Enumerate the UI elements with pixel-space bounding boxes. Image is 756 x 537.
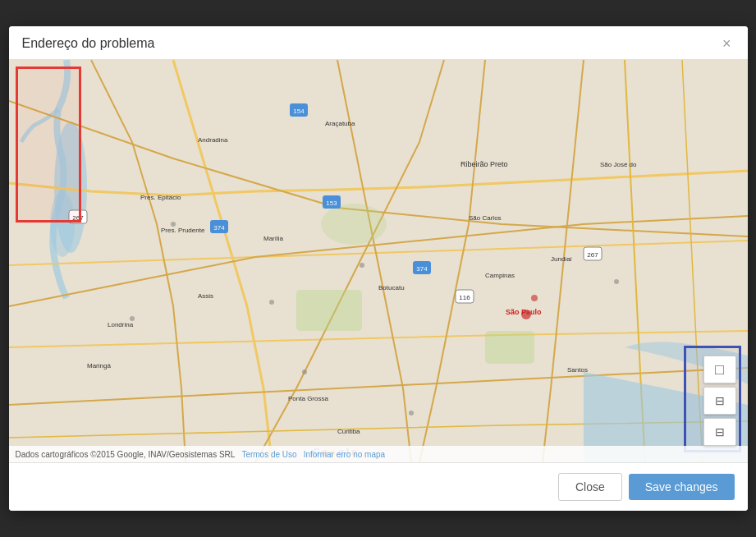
map-image: Ribeirão Preto São Carlos Campinas São P… [9,60,748,462]
modal-overlay: Endereço do problema × [0,0,756,537]
svg-text:Londrina: Londrina [108,321,134,328]
svg-text:Pres. Prudente: Pres. Prudente [161,227,205,234]
map-controls: □ ⊟ ⊟ [703,356,736,446]
modal-footer: Close Save changes [9,462,748,511]
svg-text:São Paulo: São Paulo [506,308,542,316]
map-attribution-text: Dados cartográficos ©2015 Google, INAV/G… [16,450,236,459]
svg-point-12 [302,369,307,374]
modal-title: Endereço do problema [22,36,155,51]
svg-text:374: 374 [416,265,428,273]
map-layer-button[interactable]: ⊟ [703,418,736,446]
svg-text:Curitiba: Curitiba [337,428,360,435]
map-report-link[interactable]: Informar erro no mapa [304,450,386,459]
svg-text:267: 267 [587,251,598,259]
svg-text:Araçatuba: Araçatuba [325,120,355,127]
svg-text:374: 374 [213,224,225,232]
modal-dialog: Endereço do problema × [9,26,748,511]
svg-text:Ponta Grossa: Ponta Grossa [288,395,328,402]
modal-header: Endereço do problema × [9,26,748,60]
svg-text:116: 116 [459,294,470,301]
save-changes-button[interactable]: Save changes [629,474,735,500]
map-settings-button[interactable]: ⊟ [703,387,736,415]
svg-text:Campinas: Campinas [485,272,515,279]
svg-text:267: 267 [72,214,84,222]
svg-text:Santos: Santos [567,366,588,374]
svg-rect-4 [485,331,534,364]
svg-text:Assis: Assis [198,292,213,300]
zoom-in-icon: □ [715,361,724,379]
svg-point-9 [360,263,364,268]
map-zoom-in-button[interactable]: □ [703,356,736,383]
svg-text:Pres. Epitácio: Pres. Epitácio [140,194,181,201]
map-terms-link[interactable]: Termos de Uso [241,450,296,459]
close-button[interactable]: Close [558,473,622,501]
svg-text:154: 154 [293,108,305,115]
modal-close-x-button[interactable]: × [719,36,735,51]
svg-point-14 [614,279,619,284]
svg-text:São Carlos: São Carlos [469,214,502,222]
svg-text:Andradina: Andradina [198,136,228,144]
svg-point-13 [409,411,414,415]
svg-text:Marília: Marília [263,235,284,242]
svg-point-5 [321,204,387,245]
svg-text:153: 153 [326,200,337,207]
svg-text:Ribeirão Preto: Ribeirão Preto [460,160,508,168]
svg-point-2 [50,191,75,257]
svg-point-7 [531,295,538,301]
map-container[interactable]: Ribeirão Preto São Carlos Campinas São P… [9,60,748,462]
svg-text:São José do: São José do [600,161,637,168]
settings-icon: ⊟ [715,394,725,407]
svg-text:Jundiaí: Jundiaí [551,255,573,263]
map-attribution-bar: Dados cartográficos ©2015 Google, INAV/G… [9,446,748,462]
svg-point-8 [269,300,274,305]
svg-rect-3 [296,290,362,331]
svg-text:Maringá: Maringá [87,362,111,369]
svg-text:Botucatu: Botucatu [378,284,405,291]
layer-icon: ⊟ [715,425,725,438]
